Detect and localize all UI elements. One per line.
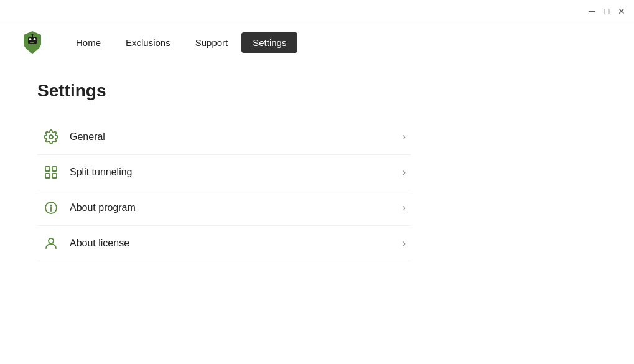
nav-support[interactable]: Support [184, 32, 240, 53]
title-bar-controls: ─ □ ✕ [587, 6, 627, 16]
about-license-label: About license [70, 238, 393, 249]
maximize-button[interactable]: □ [602, 6, 612, 16]
page-title: Settings [37, 81, 597, 101]
app-logo [19, 29, 46, 56]
minimize-button[interactable]: ─ [587, 6, 597, 16]
about-program-chevron: › [403, 202, 406, 213]
split-tunneling-icon [42, 164, 60, 181]
nav-exclusions[interactable]: Exclusions [114, 32, 182, 53]
svg-point-2 [34, 38, 36, 40]
nav-links: Home Exclusions Support Settings [65, 32, 297, 53]
svg-rect-8 [52, 167, 57, 171]
main-content: Settings General › Sp [0, 62, 634, 280]
svg-rect-9 [45, 174, 50, 178]
gear-icon [42, 128, 60, 146]
svg-point-6 [49, 135, 53, 139]
svg-rect-3 [30, 42, 34, 43]
info-icon [42, 199, 60, 217]
settings-item-about-program[interactable]: About program › [37, 190, 411, 226]
svg-point-1 [29, 38, 32, 40]
person-icon [42, 235, 60, 252]
general-chevron: › [403, 131, 406, 142]
nav-bar: Home Exclusions Support Settings [0, 22, 634, 62]
close-button[interactable]: ✕ [617, 6, 627, 16]
general-label: General [70, 131, 393, 142]
settings-item-split-tunneling[interactable]: Split tunneling › [37, 155, 411, 190]
nav-settings[interactable]: Settings [241, 32, 297, 53]
settings-list: General › Split tunneling › [37, 119, 411, 261]
split-tunneling-label: Split tunneling [70, 167, 393, 178]
settings-item-general[interactable]: General › [37, 119, 411, 155]
about-program-label: About program [70, 202, 393, 213]
settings-item-about-license[interactable]: About license › [37, 226, 411, 261]
split-tunneling-chevron: › [403, 167, 406, 178]
svg-point-5 [32, 34, 34, 35]
svg-point-14 [49, 238, 54, 243]
title-bar: ─ □ ✕ [0, 0, 634, 22]
nav-home[interactable]: Home [65, 32, 112, 53]
svg-rect-7 [45, 167, 50, 171]
svg-rect-10 [52, 174, 57, 178]
about-license-chevron: › [403, 238, 406, 249]
svg-rect-0 [28, 37, 37, 44]
